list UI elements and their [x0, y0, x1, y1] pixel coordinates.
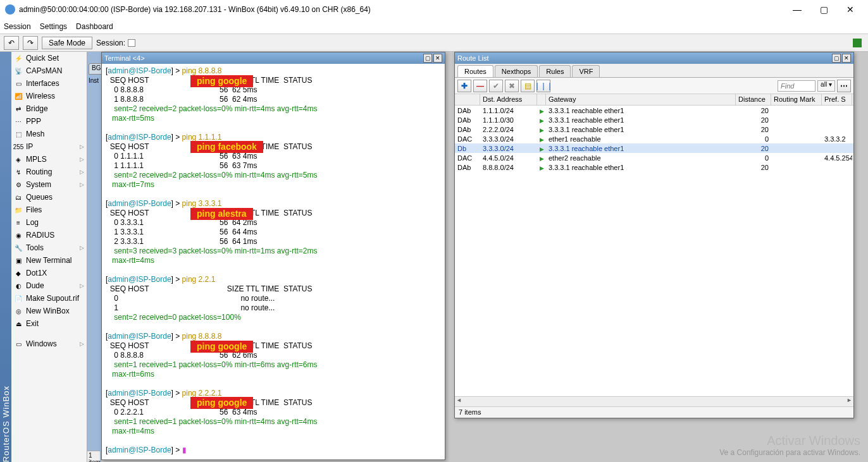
sidebar-item-radius[interactable]: ◉RADIUS — [11, 229, 87, 241]
sidebar-icon: ◆ — [14, 269, 23, 277]
session-indicator: Session: — [96, 39, 135, 47]
filter-button[interactable]: ❘❘❘ — [536, 80, 550, 92]
minimize-button[interactable]: — — [784, 1, 810, 18]
sidebar-icon: 📶 — [14, 92, 23, 100]
sidebar-item-queues[interactable]: 🗂Queues — [11, 191, 87, 204]
tab-vrf[interactable]: VRF — [572, 65, 600, 77]
cell: DAC — [455, 154, 480, 162]
cell: 20 — [736, 107, 771, 114]
sidebar-item-bridge[interactable]: ⇄Bridge — [11, 102, 87, 115]
sidebar-icon: ◉ — [14, 231, 23, 240]
cell: DAb — [455, 107, 480, 114]
col-header[interactable]: Routing Mark — [771, 94, 822, 105]
route-min-icon[interactable]: ▢ — [832, 54, 841, 63]
route-status: 7 items — [455, 406, 853, 418]
tab-nexthops[interactable]: Nexthops — [495, 65, 538, 77]
cell: 3.3.3.1 reachable ether1 — [546, 126, 736, 133]
sidebar-item-system[interactable]: ⚙System▷ — [11, 178, 87, 191]
menu-dashboard[interactable]: Dashboard — [76, 22, 113, 31]
safe-mode-button[interactable]: Safe Mode — [42, 37, 92, 49]
col-header[interactable]: Pref. S — [822, 94, 852, 105]
sidebar-item-interfaces[interactable]: ▭Interfaces — [11, 77, 87, 90]
session-label: Session: — [96, 39, 125, 47]
window-buttons: — ▢ ✕ — [784, 1, 863, 18]
add-button[interactable]: ✚ — [457, 80, 471, 92]
col-header[interactable]: Gateway — [546, 94, 736, 105]
find-input[interactable] — [778, 80, 815, 92]
sidebar-item-files[interactable]: 📁Files — [11, 204, 87, 216]
sidebar-label: Interfaces — [26, 79, 59, 88]
submenu-arrow-icon: ▷ — [80, 283, 84, 289]
redo-button[interactable]: ↷ — [23, 36, 38, 50]
sidebar-item-make-supout.rif[interactable]: 📄Make Supout.rif — [11, 292, 87, 305]
cell: ether1 reachable — [546, 135, 736, 143]
watermark: Activar Windows Ve a Configuración para … — [719, 434, 860, 457]
sidebar-item-ip[interactable]: 255IP▷ — [11, 140, 87, 153]
route-list-header[interactable]: Route List ▢ ✕ — [455, 52, 853, 64]
sidebar-icon: ▣ — [14, 256, 23, 265]
route-list-window: Route List ▢ ✕ Routes Nexthops Rules VRF… — [454, 52, 854, 418]
col-header[interactable] — [537, 94, 546, 105]
table-row[interactable]: DAb1.1.1.0/30▶3.3.3.1 reachable ether120 — [455, 115, 853, 125]
terminal-window: Terminal <4> ▢ ✕ [admin@ISP-Borde] > pin… — [101, 52, 445, 460]
sidebar-item-exit[interactable]: ⏏Exit — [11, 317, 87, 330]
table-row[interactable]: DAb1.1.1.0/24▶3.3.3.1 reachable ether120 — [455, 106, 853, 115]
table-row[interactable]: DAC4.4.5.0/24▶ether2 reachable04.4.5.254 — [455, 153, 853, 162]
route-table-body[interactable]: DAb1.1.1.0/24▶3.3.3.1 reachable ether120… — [455, 106, 853, 396]
close-button[interactable]: ✕ — [838, 1, 863, 18]
cell: ▶ — [537, 154, 546, 162]
maximize-button[interactable]: ▢ — [811, 1, 836, 18]
route-close-icon[interactable]: ✕ — [842, 54, 851, 63]
sidebar-item-routing[interactable]: ↯Routing▷ — [11, 166, 87, 178]
window-title: admin@50:00:00:04:00:00 (ISP-Borde) via … — [19, 5, 784, 14]
tab-routes[interactable]: Routes — [457, 65, 493, 77]
terminal-header[interactable]: Terminal <4> ▢ ✕ — [102, 52, 445, 64]
sidebar-item-wireless[interactable]: 📶Wireless — [11, 90, 87, 102]
app-icon — [5, 4, 15, 15]
sidebar-item-tools[interactable]: 🔧Tools▷ — [11, 241, 87, 254]
undo-button[interactable]: ↶ — [4, 36, 19, 50]
sidebar-item-new-terminal[interactable]: ▣New Terminal — [11, 254, 87, 267]
tab-rules[interactable]: Rules — [539, 65, 571, 77]
table-row[interactable]: DAb2.2.2.0/24▶3.3.3.1 reachable ether120 — [455, 125, 853, 134]
col-header[interactable]: Dst. Address — [480, 94, 537, 105]
sidebar-item-dude[interactable]: ◐Dude▷ — [11, 279, 87, 292]
cell: DAb — [455, 116, 480, 124]
sidebar-label: Routing — [26, 167, 52, 176]
table-row[interactable]: DAb8.8.8.0/24▶3.3.3.1 reachable ether120 — [455, 162, 853, 172]
sidebar-icon: 📡 — [14, 66, 23, 75]
sidebar-icon: ⚙ — [14, 180, 23, 189]
enable-button[interactable]: ✔ — [489, 80, 503, 92]
menu-settings[interactable]: Settings — [40, 22, 67, 31]
all-select[interactable]: all ▾ — [817, 80, 835, 92]
remove-button[interactable]: — — [473, 80, 487, 92]
terminal-body[interactable]: [admin@ISP-Borde] > ping 8.8.8.8 SEQ HOS… — [102, 64, 445, 459]
sidebar-item-new-winbox[interactable]: ◎New WinBox — [11, 305, 87, 317]
disable-button[interactable]: ✖ — [505, 80, 519, 92]
cell: 20 — [736, 145, 771, 152]
comment-button[interactable]: ▤ — [521, 80, 535, 92]
table-row[interactable]: Db3.3.3.0/24▶3.3.3.1 reachable ether120 — [455, 143, 853, 153]
h-scrollbar[interactable] — [455, 396, 853, 406]
terminal-close-icon[interactable]: ✕ — [433, 54, 442, 63]
sidebar-item-quick-set[interactable]: ⚡Quick Set — [11, 52, 87, 64]
menu-session[interactable]: Session — [4, 22, 31, 31]
col-header[interactable] — [455, 94, 480, 105]
sidebar-label: CAPsMAN — [26, 66, 62, 75]
bgp-inst: Inst — [89, 77, 99, 84]
sidebar-item-dot1x[interactable]: ◆Dot1X — [11, 267, 87, 279]
terminal-min-icon[interactable]: ▢ — [423, 54, 432, 63]
sidebar-item-windows[interactable]: ▭Windows▷ — [11, 337, 87, 350]
sidebar-item-log[interactable]: ≡Log — [11, 216, 87, 229]
sidebar-item-capsman[interactable]: 📡CAPsMAN — [11, 64, 87, 77]
filter-dropdown[interactable]: ⋯ — [837, 80, 851, 92]
sidebar-item-ppp[interactable]: ⋯PPP — [11, 115, 87, 128]
cell: 20 — [736, 126, 771, 133]
session-checkbox[interactable] — [128, 39, 135, 47]
menubar: Session Settings Dashboard — [0, 19, 868, 34]
col-header[interactable]: Distance — [736, 94, 771, 105]
sidebar-label: Exit — [26, 319, 39, 328]
table-row[interactable]: DAC3.3.3.0/24▶ether1 reachable03.3.3.2 — [455, 134, 853, 143]
sidebar-item-mesh[interactable]: ⬚Mesh — [11, 128, 87, 140]
sidebar-item-mpls[interactable]: ◈MPLS▷ — [11, 153, 87, 166]
